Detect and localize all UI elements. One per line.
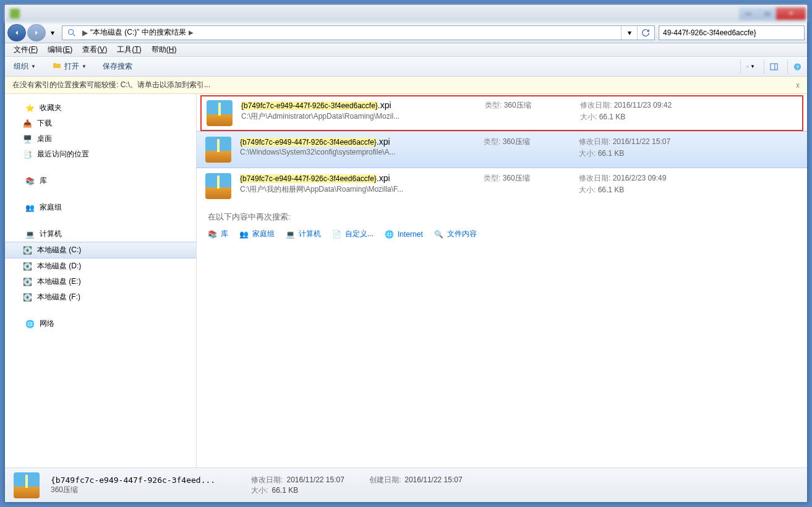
search-again-link[interactable]: 📚库 bbox=[208, 229, 228, 239]
minimize-button[interactable]: — bbox=[739, 7, 758, 20]
infobar-close-button[interactable]: x bbox=[796, 81, 800, 90]
menubar: 文件(F) 编辑(E) 查看(V) 工具(T) 帮助(H) bbox=[5, 43, 807, 57]
sidebar-computer[interactable]: 💻 计算机 bbox=[5, 226, 196, 242]
drive-icon: 💽 bbox=[22, 245, 32, 255]
result-filename: {b749fc7c-e949-447f-926c-3f4eed6accfe}.x… bbox=[241, 100, 476, 110]
svg-rect-8 bbox=[771, 64, 777, 70]
preview-pane-button[interactable] bbox=[764, 59, 779, 74]
search-result-item[interactable]: {b749fc7c-e949-447f-926c-3f4eed6accfe}.x… bbox=[197, 131, 807, 168]
menu-help[interactable]: 帮助(H) bbox=[147, 43, 182, 56]
computer-icon: 💻 bbox=[25, 229, 35, 239]
menu-view[interactable]: 查看(V) bbox=[77, 43, 112, 56]
menu-tools[interactable]: 工具(T) bbox=[112, 43, 146, 56]
close-button[interactable]: ✕ bbox=[776, 7, 806, 20]
open-label: 打开 bbox=[64, 61, 79, 72]
zip-file-icon bbox=[205, 173, 231, 199]
result-meta: 修改日期: 2016/11/23 09:42大小: 66.1 KB bbox=[580, 100, 672, 124]
search-box[interactable] bbox=[659, 25, 805, 40]
help-button[interactable]: ? bbox=[787, 59, 802, 74]
nav-history-dropdown[interactable]: ▾ bbox=[47, 27, 58, 39]
sa-label: 计算机 bbox=[299, 229, 321, 239]
sidebar-network[interactable]: 🌐 网络 bbox=[5, 316, 196, 331]
file-type-icon bbox=[14, 472, 40, 498]
sidebar: ⭐ 收藏夹 📥 下载 🖥️ 桌面 📑 最近访问的位置 bbox=[5, 94, 197, 467]
sa-icon: 🌐 bbox=[385, 230, 394, 239]
sa-label: 自定义... bbox=[345, 229, 374, 239]
sidebar-drive-c[interactable]: 💽 本地磁盘 (C:) bbox=[5, 242, 196, 258]
search-result-item[interactable]: {b749fc7c-e949-447f-926c-3f4eed6accfe}.x… bbox=[197, 168, 807, 204]
sa-icon: 🔍 bbox=[434, 230, 443, 239]
sa-label: Internet bbox=[398, 230, 423, 239]
sa-icon: 📄 bbox=[332, 230, 341, 239]
sidebar-recent[interactable]: 📑 最近访问的位置 bbox=[5, 147, 196, 162]
result-path: C:\Windows\System32\config\systemprofile… bbox=[240, 148, 475, 156]
search-again-link[interactable]: 🔍文件内容 bbox=[434, 229, 477, 239]
search-folder-icon bbox=[66, 27, 77, 38]
sa-label: 库 bbox=[221, 229, 228, 239]
forward-button[interactable] bbox=[27, 24, 46, 41]
titlebar[interactable]: — ▭ ✕ bbox=[5, 5, 807, 22]
breadcrumb-separator: ▶ bbox=[82, 28, 88, 37]
body: ⭐ 收藏夹 📥 下载 🖥️ 桌面 📑 最近访问的位置 bbox=[5, 94, 807, 467]
network-icon: 🌐 bbox=[25, 319, 35, 329]
sidebar-homegroup[interactable]: 👥 家庭组 bbox=[5, 200, 196, 215]
maximize-button[interactable]: ▭ bbox=[758, 7, 776, 20]
breadcrumb[interactable]: “本地磁盘 (C:)” 中的搜索结果 ▶ bbox=[90, 27, 621, 38]
result-meta: 修改日期: 2016/2/23 09:49大小: 66.1 KB bbox=[579, 173, 666, 197]
index-warning-bar[interactable]: 在没有索引的位置搜索可能较慢: C:\。请单击以添加到索引... x bbox=[5, 77, 807, 94]
search-input[interactable] bbox=[663, 28, 800, 37]
search-again-link[interactable]: 🌐Internet bbox=[385, 230, 423, 239]
details-pane: {b749fc7c-e949-447f-926c-3f4eed... 360压缩… bbox=[5, 467, 807, 502]
infobar-text: 在没有索引的位置搜索可能较慢: C:\。请单击以添加到索引... bbox=[12, 80, 210, 90]
result-type: 类型: 360压缩 bbox=[485, 100, 571, 111]
search-again-label: 在以下内容中再次搜索: bbox=[208, 211, 796, 223]
view-options-button[interactable]: ▼ bbox=[740, 59, 755, 74]
sidebar-libraries[interactable]: 📚 库 bbox=[5, 173, 196, 189]
address-bar[interactable]: ▶ “本地磁盘 (C:)” 中的搜索结果 ▶ ▾ bbox=[62, 25, 655, 40]
sa-icon: 👥 bbox=[239, 230, 249, 239]
search-again-link[interactable]: 👥家庭组 bbox=[239, 229, 275, 239]
search-again-link[interactable]: 📄自定义... bbox=[332, 229, 374, 239]
refresh-button[interactable] bbox=[637, 26, 653, 40]
search-again-link[interactable]: 💻计算机 bbox=[286, 229, 321, 239]
menu-file[interactable]: 文件(F) bbox=[9, 43, 43, 56]
drive-icon: 💽 bbox=[22, 262, 32, 271]
back-button[interactable] bbox=[7, 24, 26, 41]
sidebar-downloads[interactable]: 📥 下载 bbox=[5, 116, 196, 131]
star-icon: ⭐ bbox=[25, 103, 35, 113]
search-result-item[interactable]: {b749fc7c-e949-447f-926c-3f4eed6accfe}.x… bbox=[200, 95, 803, 131]
organize-button[interactable]: 组织 ▼ bbox=[10, 59, 40, 74]
downloads-icon: 📥 bbox=[22, 119, 32, 129]
address-dropdown[interactable]: ▾ bbox=[621, 26, 637, 40]
save-search-button[interactable]: 保存搜索 bbox=[99, 59, 136, 74]
menu-edit[interactable]: 编辑(E) bbox=[43, 43, 77, 56]
sidebar-drive-e[interactable]: 💽 本地磁盘 (E:) bbox=[5, 274, 196, 289]
toolbar: 组织 ▼ 打开 ▼ 保存搜索 ▼ ? bbox=[5, 57, 807, 77]
search-results: {b749fc7c-e949-447f-926c-3f4eed6accfe}.x… bbox=[197, 94, 807, 467]
drive-icon: 💽 bbox=[22, 277, 32, 287]
open-button[interactable]: 打开 ▼ bbox=[48, 58, 90, 75]
result-path: C:\用户\我的相册网\AppData\Roaming\Mozilla\F... bbox=[240, 184, 475, 195]
save-search-label: 保存搜索 bbox=[103, 61, 132, 72]
sidebar-drive-d[interactable]: 💽 本地磁盘 (D:) bbox=[5, 258, 196, 274]
sa-label: 文件内容 bbox=[447, 229, 477, 239]
sa-label: 家庭组 bbox=[252, 229, 275, 239]
result-type: 类型: 360压缩 bbox=[484, 137, 570, 147]
sidebar-drive-f[interactable]: 💽 本地磁盘 (F:) bbox=[5, 289, 196, 305]
navbar: ▾ ▶ “本地磁盘 (C:)” 中的搜索结果 ▶ ▾ bbox=[5, 22, 807, 43]
organize-label: 组织 bbox=[14, 61, 28, 72]
result-filename: {b749fc7c-e949-447f-926c-3f4eed6accfe}.x… bbox=[240, 173, 475, 183]
result-filename: {b749fc7c-e949-447f-926c-3f4eed6accfe}.x… bbox=[240, 137, 475, 147]
svg-point-0 bbox=[69, 29, 74, 34]
open-folder-icon bbox=[52, 61, 62, 72]
sidebar-favorites[interactable]: ⭐ 收藏夹 bbox=[5, 100, 196, 116]
libraries-icon: 📚 bbox=[25, 176, 35, 186]
status-filename: {b749fc7c-e949-447f-926c-3f4eed... bbox=[51, 475, 215, 485]
svg-text:?: ? bbox=[796, 64, 799, 70]
sidebar-desktop[interactable]: 🖥️ 桌面 bbox=[5, 131, 196, 147]
homegroup-icon: 👥 bbox=[25, 203, 35, 213]
search-again-section: 在以下内容中再次搜索: 📚库👥家庭组💻计算机📄自定义...🌐Internet🔍文… bbox=[197, 204, 807, 247]
result-type: 类型: 360压缩 bbox=[484, 173, 570, 184]
result-path: C:\用户\Administrator\AppData\Roaming\Mozi… bbox=[241, 111, 476, 122]
sa-icon: 📚 bbox=[208, 230, 217, 239]
